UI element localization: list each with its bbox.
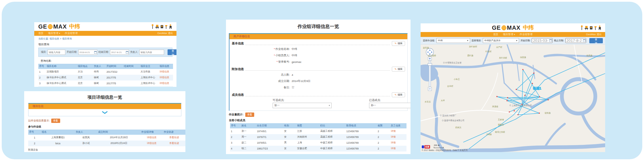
project-select[interactable]: 中纬新产品演示▼ xyxy=(483,38,519,43)
map-canvas[interactable]: 连先路俞江老桥加叶家村叶巷村水产村东叶庄桥西叶路佳富路佳高路叶墅附设点卫生室小朱… xyxy=(421,44,605,152)
geomax-logo: GEMAX 中纬 xyxy=(38,23,80,30)
search-button[interactable]: 查询 xyxy=(168,49,176,55)
calendar-icon[interactable] xyxy=(549,39,552,42)
table-link[interactable]: 详情 xyxy=(391,135,396,138)
table-cell: 上海测量组1 xyxy=(41,135,75,141)
total-station-icon xyxy=(584,25,588,30)
logout-link[interactable]: GeoMax 退出 xyxy=(586,33,602,36)
table-cell: 上海技术中心 xyxy=(140,75,159,80)
edit-basic-button[interactable]: ✎编辑 xyxy=(392,41,405,46)
nav-home[interactable]: 首页 xyxy=(493,33,498,36)
map-place-label: 西蔡村 xyxy=(498,123,504,126)
section-extra-info: 附加信息 xyxy=(232,67,244,71)
table-cell: 2017/3/22 xyxy=(106,69,123,75)
table-link[interactable]: 详细信息 xyxy=(147,136,157,139)
calendar-icon[interactable] xyxy=(126,51,128,54)
pencil-icon: ✎ xyxy=(394,42,397,45)
table-cell: 北京 xyxy=(77,86,93,87)
map-place-label: 大坪 xyxy=(441,100,445,102)
table-cell: 2 xyxy=(38,75,46,80)
workgroup-select[interactable]: 中纬▼ xyxy=(436,38,470,43)
calendar-icon[interactable] xyxy=(94,51,97,54)
nav-project-mgmt[interactable]: 项目管理▾ xyxy=(503,33,515,36)
expand-toggle[interactable] xyxy=(29,109,181,116)
workload-view-button[interactable]: 查看 xyxy=(245,113,254,117)
table-cell: 2 xyxy=(28,141,41,146)
map-place-label: 佳富路 xyxy=(520,56,526,59)
page-title-project-detail: 项目详细信息一览 xyxy=(24,95,185,100)
logout-link[interactable]: GeoMax 退出 xyxy=(157,31,173,35)
baidu-logo[interactable]: 百度 xyxy=(422,145,430,149)
nav-workgroup-mgmt[interactable]: 作业组管理 xyxy=(65,31,78,35)
column-header: 负责人 xyxy=(93,64,106,69)
map-place-label: 王家埭 xyxy=(498,118,504,121)
table-cell: 1 xyxy=(230,128,241,134)
map-scale-label: 200 米 xyxy=(434,144,440,146)
owner-input[interactable] xyxy=(139,50,164,55)
table-cell: 详情 xyxy=(390,128,406,134)
column-header: 项目业主 xyxy=(140,64,159,69)
edit-members-button[interactable]: ✎编辑 xyxy=(392,92,405,97)
map-place-label: 连先路 xyxy=(423,47,429,49)
controller-icon xyxy=(589,25,593,30)
table-link[interactable]: 详细信息 xyxy=(159,82,169,85)
track-query-button[interactable]: 查询 xyxy=(589,38,603,43)
table-link[interactable]: 查看轨迹 xyxy=(169,136,179,139)
table-cell: 详细信息 xyxy=(159,86,173,87)
nav-workgroup-mgmt[interactable]: 作业组管理 xyxy=(520,33,533,36)
table-cell: 徕卡技术中心测试 xyxy=(46,80,77,86)
table-link[interactable]: 详细信息 xyxy=(159,76,169,79)
remark-value: 空 xyxy=(292,86,295,89)
table-link[interactable]: 详细信息 xyxy=(159,70,169,73)
table-link[interactable]: 查看轨迹 xyxy=(169,142,179,145)
available-members-select[interactable]: 张一▾ xyxy=(273,103,332,108)
map-place-label: 西叶路 xyxy=(467,54,473,57)
edit-extra-button[interactable]: ✎编辑 xyxy=(392,67,405,72)
table-cell: 2 xyxy=(230,134,241,140)
column-header: 籍贯 xyxy=(296,123,319,128)
selected-members-select[interactable]: 孙一▾ xyxy=(369,103,411,108)
end-date-label: 结束日期: xyxy=(98,50,109,54)
nav-home[interactable]: 首页 xyxy=(38,31,43,35)
table-cell: 女 xyxy=(283,134,296,140)
zoom-slider-handle[interactable] xyxy=(428,63,432,65)
table-cell: 2 xyxy=(377,128,390,134)
column-header: 姓名 xyxy=(241,123,256,128)
map-place-label: 加叶家村 xyxy=(469,46,477,48)
project-input[interactable] xyxy=(48,50,65,55)
table-row: 2徕卡技术中心测试北京徐斌2017/7/5上海技术中心详细信息 xyxy=(38,75,173,80)
table-cell: 详细信息 xyxy=(159,69,173,75)
table-cell: leica xyxy=(93,86,106,87)
table-link[interactable]: 详情 xyxy=(391,147,396,150)
table-cell: 河南郑州 xyxy=(296,134,319,140)
table-cell: 2017/7/5 xyxy=(106,80,123,86)
logo-text-max: MAX xyxy=(507,25,520,31)
select-arrow-icon: ▼ xyxy=(467,40,469,42)
gnss-pole-icon xyxy=(151,24,154,29)
table-header-row: 序号组名负责人成立时间作业组详情作业轨迹 xyxy=(28,130,185,135)
table-header-row: 序号项目名称项目地点负责人开始时间结束时间项目业主项目信息 xyxy=(38,64,173,69)
map-place-label: 258路 xyxy=(486,133,492,136)
members-table: 序号姓名出生日期性别籍贯职位联系电话权限员工信息 1孙一1974/6/1女江苏高… xyxy=(230,123,406,151)
project-select-value: 中纬新产品演示 xyxy=(484,39,500,42)
project-info-bar-label: 项目信息 xyxy=(33,104,43,108)
table-link[interactable]: 详细信息 xyxy=(147,142,157,145)
column-header: 序号 xyxy=(28,130,41,135)
map-place-label: 东叶庄桥 xyxy=(499,57,507,59)
track-label: 轨迹1 xyxy=(533,87,541,90)
nav-project-mgmt[interactable]: 项目管理▾ xyxy=(48,31,60,35)
table-link[interactable]: 详情 xyxy=(391,130,396,132)
table-link[interactable]: 详情 xyxy=(391,141,396,144)
instrument-icons xyxy=(151,24,172,29)
page-title-workgroup-detail: 作业组详细信息一览 xyxy=(226,24,411,30)
table-cell: 徕卡技术中心测试 xyxy=(46,75,77,80)
table-cell: 徐斌 xyxy=(93,80,106,86)
group-display-button[interactable]: 查看 xyxy=(51,119,60,123)
column-header: 项目信息 xyxy=(159,64,173,69)
project-info-box: 项目信息 xyxy=(28,103,181,116)
table-cell: 高级工程师 xyxy=(320,128,346,134)
surveyor-icon xyxy=(598,25,602,30)
workgroups-table: 序号组名负责人成立时间作业组详情作业轨迹 1上海测量组1侯慧凤2014年11月2… xyxy=(28,130,185,146)
calendar-icon[interactable] xyxy=(583,39,586,42)
surveyor-icon xyxy=(169,24,172,29)
